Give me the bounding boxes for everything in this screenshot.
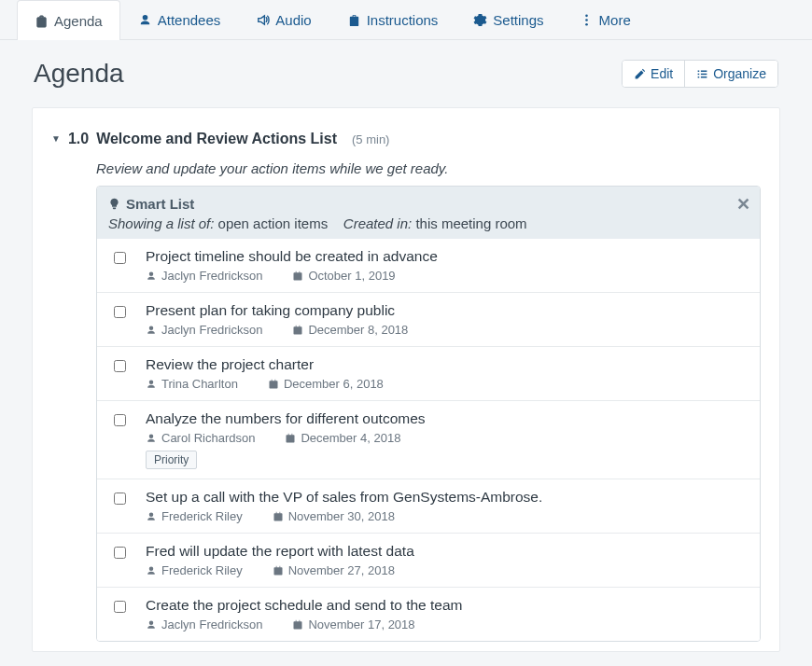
calendar-icon [273, 511, 284, 522]
chevron-down-icon: ▼ [51, 133, 61, 144]
calendar-icon [292, 271, 303, 282]
organize-button[interactable]: Organize [684, 61, 777, 87]
item-assignee: Jaclyn Fredrickson [146, 617, 262, 631]
item-checkbox[interactable] [114, 252, 126, 264]
tab-agenda[interactable]: Agenda [17, 0, 120, 40]
tab-bar: Agenda Attendees Audio Instructions Sett… [0, 0, 812, 40]
list-item[interactable]: Review the project charterTrina Charlton… [97, 346, 760, 400]
list-item[interactable]: Analyze the numbers for different outcom… [97, 400, 760, 479]
item-checkbox[interactable] [114, 601, 126, 613]
clipboard-icon [347, 13, 361, 27]
clipboard-icon [35, 14, 49, 28]
list-icon [696, 68, 708, 80]
item-assignee: Carol Richardson [146, 431, 255, 445]
calendar-icon [268, 379, 279, 390]
item-meta: Frederick RileyNovember 27, 2018 [146, 563, 747, 577]
tab-label: Instructions [367, 12, 439, 28]
agenda-item-number: 1.0 [68, 131, 89, 147]
item-body: Present plan for taking company publicJa… [146, 302, 747, 337]
item-checkbox[interactable] [114, 414, 126, 426]
agenda-card: ▼ 1.0 Welcome and Review Actions List (5… [32, 107, 780, 652]
tab-more[interactable]: More [562, 0, 649, 39]
list-item[interactable]: Project timeline should be created in ad… [97, 239, 760, 292]
item-checkbox[interactable] [114, 360, 126, 372]
item-body: Set up a call with the VP of sales from … [146, 489, 747, 523]
item-body: Review the project charterTrina Charlton… [146, 356, 747, 391]
user-icon [146, 271, 157, 282]
created-label: Created in: [343, 215, 412, 231]
item-meta: Trina CharltonDecember 6, 2018 [146, 377, 747, 391]
dots-vertical-icon [580, 13, 594, 27]
edit-button[interactable]: Edit [623, 61, 684, 87]
close-icon: ✕ [736, 195, 750, 214]
item-assignee: Jaclyn Fredrickson [146, 323, 262, 337]
item-assignee: Trina Charlton [146, 377, 238, 391]
item-body: Fred will update the report with latest … [146, 543, 747, 577]
item-meta: Jaclyn FredricksonDecember 8, 2018 [146, 323, 747, 337]
page-root: Agenda Attendees Audio Instructions Sett… [0, 0, 812, 666]
smart-list-header: Smart List Showing a list of: open actio… [97, 187, 760, 239]
user-icon [138, 13, 152, 27]
item-checkbox[interactable] [114, 306, 126, 318]
agenda-item-header[interactable]: ▼ 1.0 Welcome and Review Actions List (5… [51, 131, 761, 147]
lightbulb-icon [108, 198, 120, 210]
item-body: Project timeline should be created in ad… [146, 248, 747, 283]
audio-icon [256, 13, 270, 27]
list-item[interactable]: Present plan for taking company publicJa… [97, 292, 760, 346]
item-date: December 4, 2018 [285, 431, 400, 445]
item-date: December 6, 2018 [268, 377, 384, 391]
item-title: Project timeline should be created in ad… [146, 248, 747, 265]
smart-list-subtitle: Showing a list of: open action items Cre… [108, 215, 749, 231]
user-icon [146, 379, 157, 390]
calendar-icon [273, 565, 284, 576]
agenda-item-description: Review and update your action items whil… [96, 160, 761, 176]
showing-label: Showing a list of: [108, 215, 214, 231]
showing-value: open action items [218, 215, 329, 231]
agenda-item-duration: (5 min) [352, 132, 389, 146]
item-date: December 8, 2018 [292, 323, 408, 337]
item-date: October 1, 2019 [292, 269, 395, 283]
list-item[interactable]: Set up a call with the VP of sales from … [97, 479, 760, 533]
item-checkbox[interactable] [114, 547, 126, 559]
tab-label: Settings [493, 12, 543, 28]
tab-settings[interactable]: Settings [455, 0, 561, 39]
user-icon [146, 325, 157, 336]
item-date: November 17, 2018 [292, 617, 414, 631]
item-title: Review the project charter [146, 356, 747, 373]
tab-label: Agenda [54, 13, 103, 29]
item-meta: Jaclyn FredricksonNovember 17, 2018 [146, 617, 747, 631]
header-actions: Edit Organize [622, 60, 778, 88]
item-title: Present plan for taking company public [146, 302, 747, 319]
smart-list-title: Smart List [126, 196, 194, 212]
page-title: Agenda [34, 59, 124, 89]
tab-attendees[interactable]: Attendees [120, 0, 239, 39]
item-date: November 27, 2018 [273, 563, 395, 577]
tab-instructions[interactable]: Instructions [329, 0, 456, 39]
tab-label: More [599, 12, 631, 28]
action-items-list: Project timeline should be created in ad… [97, 239, 760, 641]
item-assignee: Frederick Riley [146, 509, 243, 523]
user-icon [146, 619, 157, 631]
close-button[interactable]: ✕ [736, 194, 750, 215]
smart-list-panel: Smart List Showing a list of: open actio… [96, 186, 761, 642]
item-body: Create the project schedule and send to … [146, 597, 747, 631]
tab-label: Attendees [158, 12, 221, 28]
item-title: Fred will update the report with latest … [146, 543, 747, 560]
user-icon [146, 511, 157, 522]
tab-audio[interactable]: Audio [238, 0, 329, 39]
pencil-icon [634, 68, 646, 80]
list-item[interactable]: Fred will update the report with latest … [97, 533, 760, 587]
button-label: Edit [651, 66, 673, 81]
item-title: Analyze the numbers for different outcom… [146, 410, 747, 427]
item-assignee: Jaclyn Fredrickson [146, 269, 262, 283]
item-assignee: Frederick Riley [146, 563, 243, 577]
calendar-icon [285, 433, 296, 444]
item-checkbox[interactable] [114, 493, 126, 505]
calendar-icon [292, 619, 303, 631]
tab-label: Audio [275, 12, 311, 28]
list-item[interactable]: Create the project schedule and send to … [97, 587, 760, 641]
gear-icon [473, 13, 487, 27]
user-icon [146, 565, 157, 576]
item-meta: Carol RichardsonDecember 4, 2018 [146, 431, 747, 445]
agenda-item-title: Welcome and Review Actions List [96, 131, 337, 147]
